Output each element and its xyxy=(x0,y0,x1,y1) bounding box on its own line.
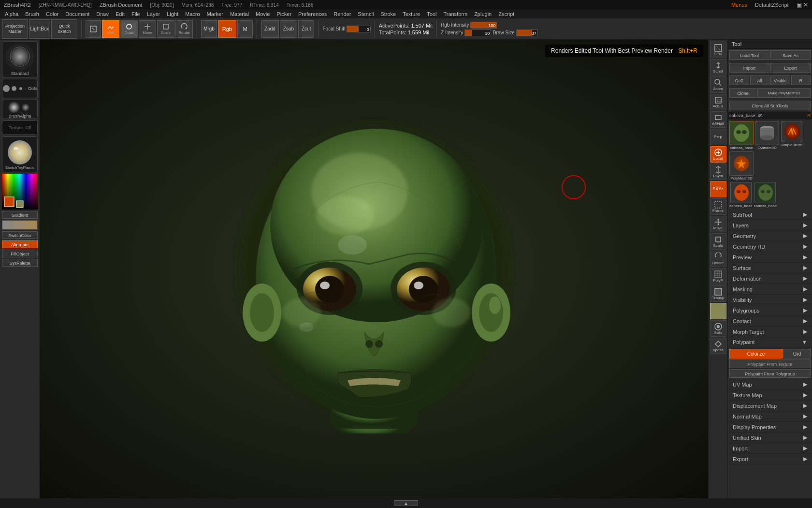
texture-off[interactable]: Texture_Off xyxy=(2,120,38,135)
draw-button[interactable]: Draw xyxy=(120,20,138,38)
rotate-icon-button[interactable]: Rotate xyxy=(710,251,726,267)
sketch-toy-plastic[interactable]: SketchToyPlastic xyxy=(2,136,38,172)
menu-texture[interactable]: Texture xyxy=(400,11,423,17)
projection-master-button[interactable]: Projection Master xyxy=(2,19,28,39)
thumb-cabeza-base[interactable]: cabeza_base xyxy=(729,121,754,150)
menu-alpha[interactable]: Alpha xyxy=(2,11,21,17)
z-intensity-slider[interactable]: 10 xyxy=(464,30,491,36)
spix-button[interactable]: SPix xyxy=(710,42,726,58)
gradient-bar[interactable] xyxy=(2,220,38,230)
colorize-button[interactable]: Colorize xyxy=(729,349,783,359)
thumb-simplebrush[interactable]: SimpleBrush xyxy=(781,121,802,150)
actual-button[interactable]: 1:1 Actual xyxy=(710,94,726,110)
displacement-map-menu-item[interactable]: Displacement Map ▶ xyxy=(728,401,812,411)
zsub-button[interactable]: Zsub xyxy=(280,20,297,38)
thumb-polymesh3d[interactable]: PolyMesh3D xyxy=(729,151,754,180)
frame-button[interactable]: Frame xyxy=(710,198,726,215)
grd-button[interactable]: Grd xyxy=(783,349,811,359)
polypaint-menu-item[interactable]: Polypaint ▼ xyxy=(728,337,812,347)
bottom-nav-button[interactable]: ▲ xyxy=(394,500,418,506)
edit-button[interactable]: Edit xyxy=(102,20,119,38)
menu-macro[interactable]: Macro xyxy=(182,11,203,17)
menu-draw[interactable]: Draw xyxy=(93,11,112,17)
fill-object-button[interactable]: FillObject xyxy=(2,250,38,257)
draw-size-slider[interactable]: 37 xyxy=(516,30,538,36)
local-button[interactable]: Local xyxy=(710,146,726,163)
switch-color-button[interactable]: SwitchColor xyxy=(2,231,38,239)
subtool-menu-item[interactable]: SubTool ▶ xyxy=(728,209,812,220)
export-button[interactable]: Export xyxy=(770,63,811,73)
menu-tool[interactable]: Tool xyxy=(424,11,439,17)
menu-stencil[interactable]: Stencil xyxy=(355,11,377,17)
contact-menu-item[interactable]: Contact ▶ xyxy=(728,316,812,327)
masking-menu-item[interactable]: Masking ▶ xyxy=(728,284,812,295)
menu-transform[interactable]: Transform xyxy=(440,11,470,17)
menu-stroke[interactable]: Stroke xyxy=(377,11,399,17)
move-button[interactable]: Move xyxy=(139,20,156,38)
scale-icon-button[interactable]: Scale xyxy=(710,233,726,250)
thumb-cylinder3d[interactable]: Cylinder3D xyxy=(755,121,779,150)
save-as-button[interactable]: Save As xyxy=(770,50,811,60)
m-button[interactable]: M xyxy=(237,20,253,38)
menu-edit[interactable]: Edit xyxy=(113,11,128,17)
window-controls[interactable]: ▣ ✕ xyxy=(797,1,808,8)
polyf-button[interactable]: PolyF xyxy=(710,268,726,284)
geometry-hd-menu-item[interactable]: Geometry HD ▶ xyxy=(728,241,812,252)
preview-menu-item[interactable]: Preview ▶ xyxy=(728,252,812,263)
polygroups-menu-item[interactable]: Polygroups ▶ xyxy=(728,305,812,316)
lsym-button[interactable]: LSym xyxy=(710,164,726,180)
scroll-button[interactable]: Scroll xyxy=(710,59,726,75)
menu-material[interactable]: Material xyxy=(227,11,252,17)
menu-zplugin[interactable]: Zplugin xyxy=(471,11,494,17)
menu-brush[interactable]: Brush xyxy=(22,11,42,17)
make-polymesh-button[interactable]: Make PolyMesh3D xyxy=(757,88,811,98)
standard-brush[interactable]: Standard xyxy=(2,42,38,77)
menu-light[interactable]: Light xyxy=(164,11,181,17)
texture-map-menu-item[interactable]: Texture Map ▶ xyxy=(728,390,812,401)
menu-marker[interactable]: Marker xyxy=(204,11,226,17)
export-menu-item[interactable]: Export ▶ xyxy=(728,454,812,464)
all-button[interactable]: All xyxy=(750,75,770,85)
surface-menu-item[interactable]: Surface ▶ xyxy=(728,263,812,273)
menu-preferences[interactable]: Preferences xyxy=(295,11,330,17)
rotate-button[interactable]: Rotate xyxy=(175,20,193,38)
sys-palette-button[interactable]: SysPalette xyxy=(2,259,38,267)
lightbox-button[interactable]: LightBox xyxy=(29,19,50,39)
xpose-button[interactable]: Xpose xyxy=(710,338,726,354)
layers-menu-item[interactable]: Layers ▶ xyxy=(728,220,812,231)
r-label2[interactable]: R xyxy=(808,113,811,118)
sxyz-button[interactable]: SXYz xyxy=(710,181,726,197)
visible-button[interactable]: Visible xyxy=(770,75,790,85)
focal-shift-slider[interactable]: 0 xyxy=(347,26,371,32)
menu-document[interactable]: Document xyxy=(62,11,92,17)
deformation-menu-item[interactable]: Deformation ▶ xyxy=(728,273,812,284)
scale-button[interactable]: Scale xyxy=(157,20,174,38)
menu-file[interactable]: File xyxy=(129,11,143,17)
color-swatch-btn[interactable] xyxy=(710,303,726,319)
aahalf-button[interactable]: AAHalf xyxy=(710,111,726,128)
visibility-menu-item[interactable]: Visibility ▶ xyxy=(728,295,812,305)
menu-zscript[interactable]: Zscript xyxy=(495,11,517,17)
brush-alpha[interactable]: BrushAlpha xyxy=(2,100,38,119)
color-picker-area[interactable] xyxy=(2,174,38,209)
morph-target-menu-item[interactable]: Morph Target ▶ xyxy=(728,327,812,337)
menu-color[interactable]: Color xyxy=(43,11,61,17)
rgb-intensity-slider[interactable]: 100 xyxy=(470,22,497,29)
alternate-button[interactable]: Alternate xyxy=(2,240,38,248)
polypaint-from-polygroup-button[interactable]: Polypaint From Polygroup xyxy=(729,369,811,378)
perp-button[interactable]: Perp xyxy=(710,129,726,145)
goz-button[interactable]: GoZ xyxy=(729,75,749,85)
zadd-button[interactable]: Zadd xyxy=(261,20,279,38)
transp-button[interactable]: Transp xyxy=(710,285,726,302)
thumb-cabeza-base2[interactable]: cabeza_base xyxy=(729,182,753,208)
edit-mode-icon[interactable] xyxy=(86,20,101,38)
menu-render[interactable]: Render xyxy=(331,11,354,17)
clone-all-subtools-button[interactable]: Clone All SubTools xyxy=(729,101,811,110)
menu-picker[interactable]: Picker xyxy=(274,11,294,17)
rgb-button[interactable]: Rgb xyxy=(218,20,236,38)
solo-button[interactable]: Solo xyxy=(710,320,726,337)
menu-layer[interactable]: Layer xyxy=(144,11,163,17)
display-properties-menu-item[interactable]: Display Properties ▶ xyxy=(728,422,812,433)
load-tool-button[interactable]: Load Tool xyxy=(729,50,769,60)
move-icon-button[interactable]: Move xyxy=(710,216,726,232)
